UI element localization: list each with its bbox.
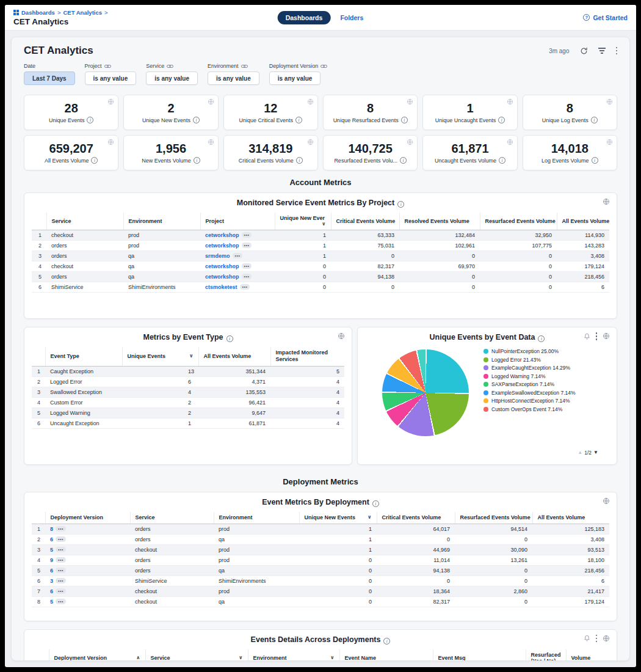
info-icon[interactable] xyxy=(538,335,545,342)
metric-card[interactable]: 14,018 Log Events Volume xyxy=(523,135,617,170)
more-icon[interactable] xyxy=(242,274,252,279)
legend-item[interactable]: Logged Error 21.43% xyxy=(483,357,590,363)
more-icon[interactable] xyxy=(242,263,252,269)
more-icon[interactable] xyxy=(233,253,243,258)
col-environment[interactable]: Environment xyxy=(214,512,299,524)
deployment-version-link[interactable]: 8 xyxy=(50,526,53,532)
legend-item[interactable]: HttpHostConnectException 7.14% xyxy=(483,398,590,404)
globe-icon[interactable] xyxy=(603,635,610,642)
col-service[interactable]: Service xyxy=(130,512,214,524)
project-filter-button[interactable]: is any value xyxy=(85,71,137,85)
project-link[interactable]: cetworkshop xyxy=(205,243,239,249)
legend-item[interactable]: ExampleCaughtException 14.29% xyxy=(483,365,590,371)
col-all-events-volume[interactable]: All Events Volume xyxy=(532,512,609,524)
table-row[interactable]: 4 Custom Error 2 96,421 4 xyxy=(32,397,344,407)
tab-dashboards[interactable]: Dashboards xyxy=(278,11,331,24)
legend-item[interactable]: NullPointerException 25.00% xyxy=(483,348,590,355)
info-icon[interactable] xyxy=(592,157,598,164)
globe-icon[interactable] xyxy=(603,497,610,505)
info-icon[interactable] xyxy=(296,157,303,164)
col-service[interactable]: Service xyxy=(46,213,123,230)
table-row[interactable]: 1 checkout prod cetworkshop 1 63,333 132… xyxy=(32,230,609,241)
metric-card[interactable]: 140,725 Resurfaced Events Volu... xyxy=(323,135,418,170)
info-icon[interactable] xyxy=(498,117,505,123)
breadcrumb-dashboards[interactable]: Dashboards xyxy=(21,9,60,16)
col-volume[interactable]: Volume xyxy=(566,649,609,661)
project-link[interactable]: ctsmoketest xyxy=(205,284,237,290)
table-row[interactable]: 3 5 checkout prod 1 44,969 30,090 93,513 xyxy=(32,544,609,555)
globe-icon[interactable] xyxy=(603,198,610,205)
kebab-icon[interactable] xyxy=(596,332,598,340)
more-icon[interactable] xyxy=(56,547,66,552)
deployment-version-link[interactable]: 6 xyxy=(50,536,53,542)
info-icon[interactable] xyxy=(87,117,93,123)
more-icon[interactable] xyxy=(56,588,66,594)
table-row[interactable]: 5 Logged Warning 2 9,647 4 xyxy=(32,407,344,418)
info-icon[interactable] xyxy=(194,157,200,164)
service-filter-button[interactable]: is any value xyxy=(146,71,198,85)
info-icon[interactable] xyxy=(295,117,302,123)
more-icon[interactable] xyxy=(56,568,66,573)
col-critical-events-volume[interactable]: Critical Events Volume xyxy=(377,512,455,524)
table-row[interactable]: 8 5 checkout qa 0 82,317 0 179,124 xyxy=(32,596,609,607)
info-icon[interactable] xyxy=(591,117,598,123)
col-service[interactable]: Service xyxy=(145,649,248,661)
metric-card[interactable]: 1,956 New Events Volume xyxy=(123,135,218,170)
table-row[interactable]: 4 9 orders prod 0 11,014 13,261 18,100 xyxy=(32,555,609,565)
more-icon[interactable] xyxy=(242,232,252,238)
table-row[interactable]: 7 6 checkout prod 0 18,364 2,860 21,417 xyxy=(32,586,609,596)
filter-button[interactable] xyxy=(598,48,606,54)
info-icon[interactable] xyxy=(193,117,200,123)
more-icon[interactable] xyxy=(56,536,66,542)
refresh-button[interactable] xyxy=(580,47,588,55)
table-row[interactable]: 2 6 orders qa 1 0 0 3,408 xyxy=(32,534,609,544)
tab-folders[interactable]: Folders xyxy=(340,14,363,21)
legend-page-down-icon[interactable]: ▼ xyxy=(593,450,598,455)
info-icon[interactable] xyxy=(91,157,98,164)
table-row[interactable]: 3 Swallowed Exception 4 135,553 4 xyxy=(32,387,344,397)
col-impacted-services[interactable]: Impacted Monitored Services xyxy=(270,347,344,366)
metric-card[interactable]: 659,207 All Events Volume xyxy=(24,135,118,170)
deployment-version-link[interactable]: 5 xyxy=(50,547,53,553)
project-link[interactable]: srmdemo xyxy=(205,253,230,259)
deployment-version-link[interactable]: 9 xyxy=(50,557,53,563)
deployment-version-link[interactable]: 3 xyxy=(50,578,53,584)
table-row[interactable]: 2 Logged Error 6 4,371 4 xyxy=(32,376,344,387)
more-icon[interactable] xyxy=(56,578,66,583)
metric-card[interactable]: 61,871 Uncaught Events Volume xyxy=(422,135,517,170)
col-event-msg[interactable]: Event Msg xyxy=(433,649,526,661)
info-icon[interactable] xyxy=(372,500,379,507)
table-row[interactable]: 5 6 orders qa 0 94,138 0 218,456 xyxy=(32,565,609,575)
table-row[interactable]: 2 orders prod cetworkshop 1 75,031 102,9… xyxy=(32,241,609,251)
project-link[interactable]: cetworkshop xyxy=(205,263,239,269)
more-icon[interactable] xyxy=(242,243,252,248)
col-resolved-events-volume[interactable]: Resolved Events Volume xyxy=(399,213,480,230)
environment-filter-button[interactable]: is any value xyxy=(208,71,259,85)
metric-card[interactable]: 28 Unique Events xyxy=(24,95,118,130)
globe-icon[interactable] xyxy=(603,332,610,340)
col-unique-new-events[interactable]: Unique New Ever xyxy=(275,213,331,230)
table-row[interactable]: 6 3 ShimiService ShimiEnvironments 0 0 0… xyxy=(32,575,609,586)
metric-card[interactable]: 314,819 Critical Events Volume xyxy=(223,135,318,170)
col-project[interactable]: Project xyxy=(200,213,275,230)
info-icon[interactable] xyxy=(400,157,407,164)
col-deployment-version[interactable]: Deployment Version xyxy=(49,649,145,661)
more-options-button[interactable] xyxy=(616,47,618,55)
col-event-type[interactable]: Event Type xyxy=(45,347,122,366)
table-row[interactable]: 5 orders qa cetworkshop 0 94,138 0 0 218… xyxy=(32,272,609,282)
project-link[interactable]: cetworkshop xyxy=(205,274,239,280)
table-row[interactable]: 6 Uncaught Exception 1 61,871 4 xyxy=(32,418,344,428)
kebab-icon[interactable] xyxy=(596,635,598,643)
more-icon[interactable] xyxy=(56,557,66,563)
table-row[interactable]: 4 checkout qa cetworkshop 0 82,317 69,97… xyxy=(32,261,609,272)
metric-card[interactable]: 1 Unique Uncaught Events xyxy=(422,95,517,130)
legend-item[interactable]: SAXParseException 7.14% xyxy=(483,381,590,388)
col-all-events-volume[interactable]: All Events Volume xyxy=(198,347,270,366)
deployment-version-link[interactable]: 6 xyxy=(50,568,53,574)
info-icon[interactable] xyxy=(226,335,233,342)
deployment-version-link[interactable]: 5 xyxy=(50,599,53,605)
table-row[interactable]: 6 ShimiService ShimiEnvironments ctsmoke… xyxy=(32,282,609,293)
metric-card[interactable]: 8 Unique Resurfaced Events xyxy=(323,95,418,130)
table-row[interactable]: 1 Caught Exception 13 351,344 5 xyxy=(32,366,344,376)
legend-item[interactable]: Logged Warning 7.14% xyxy=(483,373,590,380)
